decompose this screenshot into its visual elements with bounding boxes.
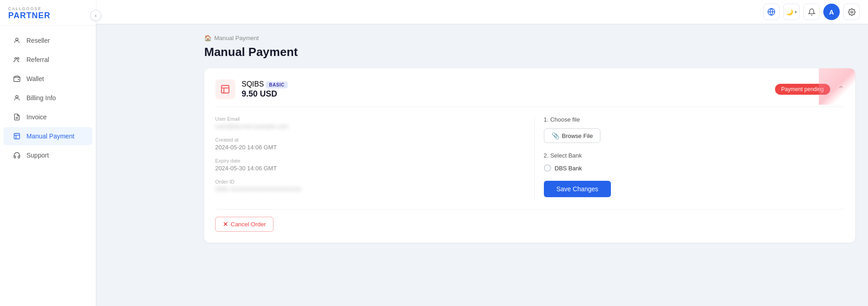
order-id-value: ORD-XXXXXXXXXXXXXXXXXX <box>215 186 516 193</box>
expiry-date-label: Expiry date <box>215 158 516 163</box>
breadcrumb-label: Manual Payment <box>214 35 259 41</box>
topbar-actions: 🌙 ▾ A <box>763 4 860 20</box>
bank-option-dbs[interactable]: DBS Bank <box>544 164 845 172</box>
sidebar-item-support[interactable]: Support <box>4 146 92 164</box>
created-at-field: Created at 2024-05-20 14:06 GMT <box>215 137 516 151</box>
bank-name-dbs: DBS Bank <box>555 165 582 172</box>
order-id-field: Order ID ORD-XXXXXXXXXXXXXXXXXX <box>215 179 516 193</box>
brand-large: PARTNER <box>8 11 88 20</box>
sidebar: CALLGOOSE PARTNER Reseller Referral Wall… <box>0 0 96 306</box>
support-icon <box>13 151 21 159</box>
svg-point-2 <box>17 57 19 59</box>
main-content: 🏠 Manual Payment Manual Payment SQIBS BA… <box>191 24 868 306</box>
browse-file-button[interactable]: 📎 Browse File <box>544 128 601 143</box>
cancel-x-icon: ✕ <box>223 221 228 228</box>
brand-small: CALLGOOSE <box>8 6 88 11</box>
service-info: SQIBS BASIC 9.50 USD <box>215 79 288 99</box>
svg-point-4 <box>18 79 19 80</box>
status-badge: Payment pending <box>775 84 830 95</box>
page-title: Manual Payment <box>204 45 855 59</box>
choose-file-label: 1. Choose file <box>544 116 845 123</box>
service-badge: BASIC <box>266 82 288 88</box>
sidebar-item-invoice[interactable]: Invoice <box>4 108 92 126</box>
sidebar-label-manual-payment: Manual Payment <box>26 133 74 140</box>
card-footer: ✕ Cancel Order <box>215 209 844 232</box>
service-details: SQIBS BASIC 9.50 USD <box>242 80 288 99</box>
cancel-order-label: Cancel Order <box>231 221 266 228</box>
settings-button[interactable] <box>843 4 860 20</box>
left-column: User Email user@blurred-example.com Crea… <box>215 116 516 200</box>
service-name-text: SQIBS <box>242 80 264 88</box>
save-changes-button[interactable]: Save Changes <box>544 181 611 197</box>
bank-radio-dbs[interactable] <box>544 164 551 172</box>
order-id-label: Order ID <box>215 179 516 184</box>
service-icon <box>215 79 235 99</box>
created-at-label: Created at <box>215 137 516 143</box>
svg-point-1 <box>15 57 16 59</box>
created-at-value: 2024-05-20 14:06 GMT <box>215 144 516 151</box>
svg-point-11 <box>851 11 852 13</box>
sidebar-item-billing-info[interactable]: Billing Info <box>4 89 92 107</box>
user-email-value: user@blurred-example.com <box>215 123 516 130</box>
reseller-icon <box>13 36 21 45</box>
sidebar-item-wallet[interactable]: Wallet <box>4 70 92 88</box>
browse-file-label: Browse File <box>562 133 593 139</box>
payment-card: SQIBS BASIC 9.50 USD Payment pending ⌃ U… <box>204 68 855 243</box>
sidebar-label-referral: Referral <box>26 56 49 63</box>
theme-button[interactable]: 🌙 ▾ <box>783 4 800 20</box>
expiry-date-value: 2024-05-30 14:06 GMT <box>215 165 516 172</box>
manual-payment-icon <box>13 132 21 140</box>
card-header-right: Payment pending ⌃ <box>775 84 844 95</box>
svg-rect-8 <box>14 133 20 139</box>
sidebar-label-invoice: Invoice <box>26 113 46 121</box>
card-header: SQIBS BASIC 9.50 USD Payment pending ⌃ <box>215 79 844 107</box>
sidebar-label-wallet: Wallet <box>26 75 44 82</box>
user-email-field: User Email user@blurred-example.com <box>215 116 516 130</box>
svg-point-5 <box>16 96 18 98</box>
sidebar-label-billing: Billing Info <box>26 94 56 102</box>
collapse-button[interactable]: ⌃ <box>837 84 844 94</box>
user-email-label: User Email <box>215 116 516 122</box>
sidebar-item-reseller[interactable]: Reseller <box>4 31 92 50</box>
language-button[interactable] <box>763 4 780 20</box>
cancel-order-button[interactable]: ✕ Cancel Order <box>215 217 274 232</box>
sidebar-nav: Reseller Referral Wallet Billing Info In… <box>0 26 96 306</box>
paperclip-icon: 📎 <box>552 132 559 139</box>
sidebar-item-referral[interactable]: Referral <box>4 51 92 69</box>
breadcrumb: 🏠 Manual Payment <box>204 35 855 41</box>
invoice-icon <box>13 113 21 121</box>
svg-point-0 <box>16 38 18 41</box>
svg-rect-12 <box>222 86 229 93</box>
service-name-row: SQIBS BASIC <box>242 80 288 88</box>
select-bank-label: 2. Select Bank <box>544 152 845 159</box>
sidebar-item-manual-payment[interactable]: Manual Payment <box>4 127 92 145</box>
billing-icon <box>13 94 21 102</box>
expiry-date-field: Expiry date 2024-05-30 14:06 GMT <box>215 158 516 172</box>
avatar-button[interactable]: A <box>823 4 840 20</box>
service-amount: 9.50 USD <box>242 89 288 99</box>
sidebar-label-reseller: Reseller <box>26 37 50 44</box>
notification-button[interactable] <box>803 4 820 20</box>
sidebar-collapse-button[interactable]: ‹ <box>90 10 101 21</box>
status-badge-text: Payment pending <box>781 86 824 92</box>
breadcrumb-icon: 🏠 <box>204 35 212 41</box>
topbar: 🌙 ▾ A <box>0 0 868 24</box>
app-logo: CALLGOOSE PARTNER <box>0 0 96 26</box>
right-column: 1. Choose file 📎 Browse File 2. Select B… <box>534 116 845 200</box>
referral-icon <box>13 56 21 64</box>
wallet-icon <box>13 75 21 83</box>
svg-rect-3 <box>14 77 20 82</box>
card-body: User Email user@blurred-example.com Crea… <box>215 116 844 200</box>
sidebar-label-support: Support <box>26 152 49 159</box>
